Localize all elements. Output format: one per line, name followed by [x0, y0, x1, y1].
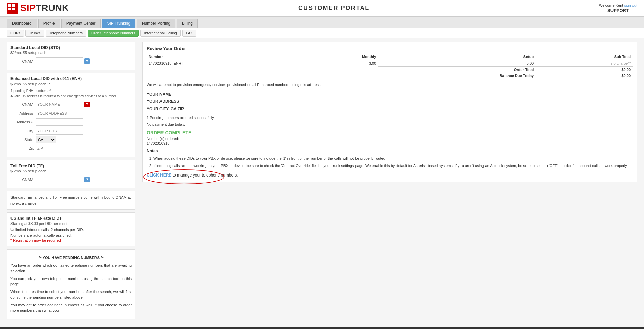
subnav-order-telephone[interactable]: Order Telephone Numbers [88, 30, 139, 37]
pending-header: ** YOU HAVE PENDING NUMBERS ** [10, 255, 132, 261]
sign-out-link[interactable]: sign out [624, 3, 637, 7]
nav-sip-trunking[interactable]: SIP Trunking [102, 19, 135, 28]
enhanced-zip-row: Zip [10, 145, 132, 152]
notes-title: Notes [147, 149, 633, 154]
subnav-international[interactable]: International Calling [140, 30, 180, 37]
subnav-trunks[interactable]: Trunks [25, 30, 44, 37]
balance-due-value: $0.00 [536, 73, 633, 79]
flat-rate-price: Starting at $3.00 per DID per month. [10, 221, 132, 226]
registration-link[interactable]: * Registration may be required [10, 238, 61, 242]
enhanced-address-label: Address: [10, 111, 34, 115]
toll-free-cnam-help[interactable]: ? [84, 177, 90, 182]
row-setup: 5.00 [378, 60, 536, 67]
table-row: 14702310918 [ENH] 3.00 5.00 no charge** [147, 60, 633, 67]
standard-cnam-help[interactable]: ? [84, 58, 90, 64]
pending-section: ** YOU HAVE PENDING NUMBERS ** You have … [7, 249, 135, 319]
user-area: Welcome Kent sign out SUPPORT [599, 3, 637, 13]
nav-dashboard[interactable]: Dashboard [7, 19, 37, 28]
enhanced-did-title: Enhanced Local DID with e911 (ENH) [10, 76, 132, 81]
nav-profile[interactable]: Profile [38, 19, 60, 28]
order-total-value: $0.00 [536, 67, 633, 73]
balance-due-row: Balance Due Today $0.00 [147, 73, 633, 79]
address-block: YOUR NAME YOUR ADDRESS YOUR CITY, GA ZIP [147, 91, 633, 113]
standard-did-price: $2/mo. $5 setup each [10, 51, 132, 55]
enhanced-address2-label: Address 2: [10, 120, 34, 124]
support-link[interactable]: SUPPORT [599, 8, 637, 13]
note-2: If incoming calls are not working on you… [153, 163, 633, 169]
row-monthly: 3.00 [303, 60, 379, 67]
enhanced-zip-input[interactable] [36, 145, 56, 152]
review-title: Review Your Order [147, 46, 633, 51]
enhanced-address-input[interactable] [36, 110, 83, 117]
enhanced-state-label: State: [10, 138, 34, 142]
toll-free-price: $5/mo. $5 setup each [10, 169, 132, 173]
logo-text: SIPTRUNK [20, 3, 69, 14]
enhanced-address2-row: Address 2: [10, 118, 132, 126]
enhanced-did-price: $3/mo. $5 setup each ** [10, 82, 132, 86]
standard-cnam-label: CNAM: [10, 59, 34, 63]
flat-rate-line2: Numbers are automatically assigned. [10, 233, 132, 238]
toll-free-cnam-label: CNAM: [10, 178, 34, 182]
toll-free-section: Toll Free DID (TF) $5/mo. $5 setup each … [7, 160, 135, 188]
subnav-cdrs[interactable]: CDRs [7, 30, 24, 37]
pending-para2: You can pick your own telephone numbers … [10, 276, 132, 287]
address-line-2: YOUR ADDRESS [147, 98, 633, 105]
order-total-row: Order Total $0.00 [147, 67, 633, 73]
pending-para3: When it comes time to select your number… [10, 289, 132, 300]
logo-area: SIPTRUNK [7, 3, 69, 14]
pending-para1: You have an order which contained teleph… [10, 263, 132, 274]
pending-para4: You may opt to order additional numbers … [10, 302, 132, 313]
col-setup: Setup [378, 54, 536, 60]
toll-free-cnam-input[interactable] [36, 176, 83, 183]
subnav-fax[interactable]: FAX [182, 30, 197, 37]
enhanced-cnam-label: CNAM: [10, 102, 34, 107]
review-box: Review Your Order Number Monthly Setup S… [142, 42, 637, 182]
order-total-label: Order Total [378, 67, 536, 73]
svg-rect-4 [12, 8, 15, 10]
enhanced-cnam-input[interactable] [36, 101, 83, 108]
toll-free-cnam-row: CNAM: ? [10, 176, 132, 183]
enhanced-address2-input[interactable] [36, 118, 83, 126]
flat-rate-title: US and Int'l Flat-Rate DIDs [10, 216, 132, 221]
standard-did-title: Standard Local DID (STD) [10, 45, 132, 50]
nav-number-porting[interactable]: Number Porting [137, 19, 175, 28]
enhanced-city-input[interactable] [36, 127, 83, 135]
standard-cnam-row: CNAM: ? [10, 57, 132, 65]
right-panel: Review Your Order Number Monthly Setup S… [142, 42, 637, 323]
click-here-link[interactable]: CLICK HERE [147, 173, 171, 178]
svg-rect-3 [8, 8, 11, 10]
flat-rate-line1: Unlimited inbound calls, 2 channels per … [10, 227, 132, 233]
enhanced-cnam-help[interactable]: ? [84, 102, 90, 107]
content-area: Standard Local DID (STD) $2/mo. $5 setup… [0, 38, 644, 327]
standard-note: Standard, Enhanced and Toll Free numbers… [10, 195, 132, 206]
portal-title: CUSTOMER PORTAL [298, 5, 369, 12]
order-complete: ORDER COMPLETE [147, 130, 633, 135]
address-line-1: YOUR NAME [147, 91, 633, 98]
left-panel: Standard Local DID (STD) $2/mo. $5 setup… [7, 42, 135, 323]
provision-text: We will attempt to provision emergency s… [147, 81, 633, 88]
welcome-text: Welcome Kent [599, 3, 623, 7]
col-monthly: Monthly [303, 54, 379, 60]
enhanced-state-select[interactable]: GA AL CA NY TX [36, 136, 56, 143]
standard-did-section: Standard Local DID (STD) $2/mo. $5 setup… [7, 42, 135, 70]
page-header: SIPTRUNK CUSTOMER PORTAL Welcome Kent si… [0, 0, 644, 17]
standard-cnam-input[interactable] [36, 57, 83, 65]
note-1: When adding these DIDs to your PBX or de… [153, 156, 633, 161]
enhanced-did-section: Enhanced Local DID with e911 (ENH) $3/mo… [7, 73, 135, 157]
standard-note-section: Standard, Enhanced and Toll Free numbers… [7, 191, 135, 210]
enhanced-note2: A valid US address is required to add em… [10, 94, 132, 99]
enhanced-state-row: State: GA AL CA NY TX [10, 136, 132, 143]
numbers-ordered-value: 14702310918 [147, 141, 633, 145]
review-table: Number Monthly Setup Sub Total 147023109… [147, 54, 633, 79]
enhanced-note1: 1 pending ENH numbers ** [10, 89, 132, 93]
main-nav: Dashboard Profile Payment Center SIP Tru… [0, 17, 644, 28]
subnav-telephone-numbers[interactable]: Telephone Numbers [46, 30, 86, 37]
balance-due-label: Balance Due Today [378, 73, 536, 79]
flat-rate-section: US and Int'l Flat-Rate DIDs Starting at … [7, 212, 135, 246]
click-here-section: CLICK HERE to manage your telephone numb… [147, 173, 633, 178]
enhanced-city-row: City: [10, 127, 132, 135]
nav-payment[interactable]: Payment Center [61, 19, 101, 28]
no-payment: No payment due today. [147, 122, 633, 126]
svg-rect-1 [8, 4, 11, 7]
nav-billing[interactable]: Billing [177, 19, 198, 28]
